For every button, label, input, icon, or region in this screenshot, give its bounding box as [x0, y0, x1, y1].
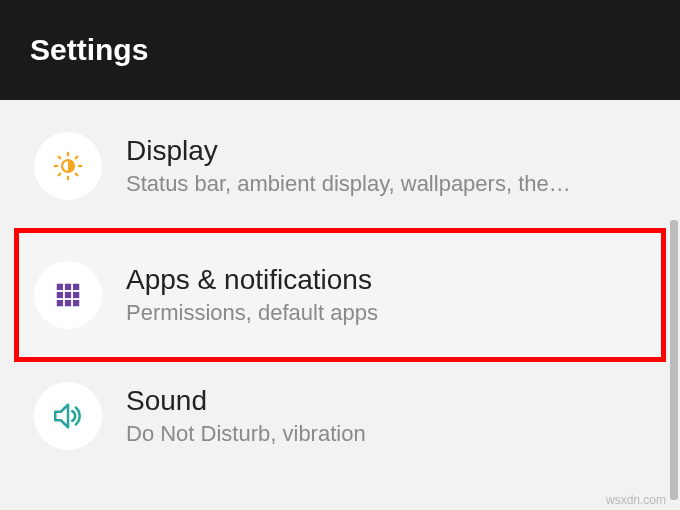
- settings-header: Settings: [0, 0, 680, 100]
- svg-rect-14: [73, 292, 79, 298]
- brightness-icon: [34, 132, 102, 200]
- settings-list: Display Status bar, ambient display, wal…: [0, 100, 680, 486]
- svg-line-7: [58, 173, 61, 176]
- item-title: Display: [126, 135, 646, 167]
- settings-item-apps-notifications[interactable]: Apps & notifications Permissions, defaul…: [14, 228, 666, 362]
- item-subtitle: Do Not Disturb, vibration: [126, 421, 646, 447]
- settings-item-display[interactable]: Display Status bar, ambient display, wal…: [14, 114, 666, 222]
- svg-rect-11: [73, 284, 79, 290]
- item-title: Apps & notifications: [126, 264, 646, 296]
- svg-line-6: [75, 173, 78, 176]
- settings-item-sound[interactable]: Sound Do Not Disturb, vibration: [14, 364, 666, 472]
- item-text: Sound Do Not Disturb, vibration: [126, 385, 646, 447]
- svg-rect-17: [73, 300, 79, 306]
- scrollbar[interactable]: [670, 220, 678, 500]
- item-text: Apps & notifications Permissions, defaul…: [126, 264, 646, 326]
- item-subtitle: Status bar, ambient display, wallpapers,…: [126, 171, 646, 197]
- item-subtitle: Permissions, default apps: [126, 300, 646, 326]
- svg-line-5: [58, 156, 61, 159]
- sound-icon: [34, 382, 102, 450]
- svg-rect-13: [65, 292, 71, 298]
- page-title: Settings: [30, 33, 148, 67]
- item-text: Display Status bar, ambient display, wal…: [126, 135, 646, 197]
- watermark: wsxdn.com: [606, 493, 666, 507]
- svg-rect-12: [57, 292, 63, 298]
- svg-rect-15: [57, 300, 63, 306]
- svg-rect-9: [57, 284, 63, 290]
- apps-grid-icon: [34, 261, 102, 329]
- svg-rect-16: [65, 300, 71, 306]
- item-title: Sound: [126, 385, 646, 417]
- svg-rect-10: [65, 284, 71, 290]
- svg-line-8: [75, 156, 78, 159]
